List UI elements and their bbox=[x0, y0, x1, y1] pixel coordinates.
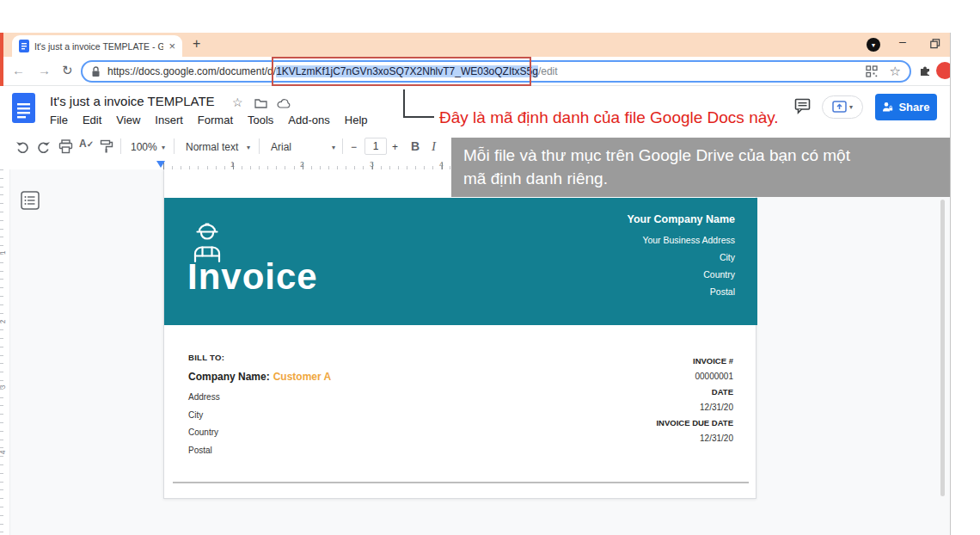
zoom-select[interactable]: 100% bbox=[131, 141, 157, 153]
ruler-number: 4 bbox=[439, 160, 444, 169]
company-address: Your Business Address bbox=[628, 231, 736, 249]
document-outline-icon[interactable] bbox=[21, 191, 40, 210]
undo-icon[interactable] bbox=[15, 139, 30, 153]
menu-format[interactable]: Format bbox=[198, 114, 233, 126]
bill-to-label: BILL TO: bbox=[188, 353, 331, 362]
print-icon[interactable] bbox=[58, 139, 73, 154]
redo-icon[interactable] bbox=[36, 139, 51, 153]
bookmark-star-icon[interactable]: ☆ bbox=[890, 64, 901, 79]
gray-annotation-line2: mã định danh riêng. bbox=[463, 167, 938, 190]
paragraph-style-select[interactable]: Normal text bbox=[186, 141, 238, 153]
present-button[interactable]: ▾ bbox=[822, 95, 863, 119]
vertical-ruler[interactable]: 1 2 3 4 bbox=[0, 169, 10, 535]
cloud-status-icon[interactable] bbox=[277, 99, 291, 108]
comment-history-icon[interactable] bbox=[794, 98, 811, 114]
annotation-connector-horizontal bbox=[403, 116, 434, 118]
invoice-due-date-label: INVOICE DUE DATE bbox=[656, 415, 733, 431]
font-size-increase[interactable]: + bbox=[392, 141, 398, 153]
back-button[interactable]: ← bbox=[12, 63, 25, 77]
present-dropdown-caret[interactable]: ▾ bbox=[849, 103, 853, 111]
menu-insert[interactable]: Insert bbox=[155, 114, 183, 126]
bill-city: City bbox=[188, 407, 331, 425]
font-select[interactable]: Arial bbox=[271, 141, 291, 153]
extensions-puzzle-icon[interactable] bbox=[918, 64, 932, 77]
tab-title: It's just a invoice TEMPLATE - Go bbox=[34, 41, 163, 52]
browser-profile-avatar[interactable] bbox=[936, 62, 950, 79]
share-button[interactable]: Share bbox=[875, 94, 937, 120]
move-folder-icon[interactable] bbox=[254, 98, 267, 108]
customer-name: Customer A bbox=[273, 371, 332, 383]
bold-button[interactable]: B bbox=[411, 139, 420, 153]
company-name: Your Company Name bbox=[628, 213, 736, 225]
menu-help[interactable]: Help bbox=[345, 114, 368, 126]
menu-view[interactable]: View bbox=[116, 114, 140, 126]
menu-addons[interactable]: Add-ons bbox=[288, 114, 329, 126]
ruler-number: 3 bbox=[0, 385, 7, 390]
ruler-number: 1 bbox=[230, 160, 235, 169]
present-icon bbox=[832, 101, 847, 114]
company-city: City bbox=[628, 249, 736, 266]
window-minimize-button[interactable]: – bbox=[899, 34, 906, 48]
qr-code-icon[interactable] bbox=[866, 65, 878, 77]
bill-to-block: BILL TO: Company Name:Customer A Address… bbox=[188, 353, 331, 459]
google-docs-logo[interactable] bbox=[12, 93, 35, 123]
font-size-decrease[interactable]: − bbox=[351, 141, 357, 153]
share-lock-person-icon bbox=[882, 101, 893, 113]
screen: It's just a invoice TEMPLATE - Go × + ▾ … bbox=[0, 0, 980, 535]
forward-button[interactable]: → bbox=[38, 63, 51, 77]
ruler-number: 2 bbox=[0, 320, 7, 324]
company-block: Your Company Name Your Business Address … bbox=[628, 213, 736, 300]
ruler-number: 2 bbox=[300, 160, 304, 169]
bill-country: Country bbox=[188, 424, 331, 442]
style-caret-icon[interactable]: ▾ bbox=[247, 144, 250, 151]
tab-close-icon[interactable]: × bbox=[168, 40, 175, 52]
document-page[interactable]: Invoice Your Company Name Your Business … bbox=[163, 169, 756, 499]
bill-postal: Postal bbox=[188, 442, 331, 460]
ruler-number: 1 bbox=[0, 251, 7, 255]
media-controls-button[interactable]: ▾ bbox=[867, 38, 880, 52]
bill-to-company: Company Name:Customer A bbox=[188, 371, 331, 383]
bill-address: Address bbox=[188, 389, 331, 407]
menu-file[interactable]: File bbox=[50, 114, 68, 126]
window-right-border bbox=[950, 33, 951, 535]
menu-edit[interactable]: Edit bbox=[83, 114, 101, 126]
font-size-input[interactable]: 1 bbox=[364, 138, 387, 155]
reload-button[interactable]: ↻ bbox=[62, 63, 73, 78]
company-postal: Postal bbox=[628, 283, 736, 300]
invoice-header-band: Invoice Your Company Name Your Business … bbox=[164, 198, 757, 325]
gray-annotation-line1: Mỗi file và thư mục trên Google Drive củ… bbox=[463, 144, 938, 167]
spellcheck-icon[interactable]: A✓ bbox=[79, 138, 94, 150]
document-canvas: 1 2 3 4 Invoice bbox=[0, 169, 950, 535]
url-prefix: https://docs.google.com/document/d/ bbox=[107, 65, 276, 77]
vertical-scrollbar[interactable] bbox=[940, 200, 945, 496]
invoice-date-label: DATE bbox=[656, 384, 733, 400]
indent-marker[interactable] bbox=[156, 161, 165, 168]
invoice-date-value: 12/31/20 bbox=[656, 400, 733, 415]
document-title[interactable]: It's just a invoice TEMPLATE bbox=[50, 94, 215, 108]
table-divider-line bbox=[173, 482, 749, 483]
annotation-connector-vertical bbox=[403, 89, 405, 118]
doc-id-highlight-rectangle bbox=[272, 57, 531, 86]
font-caret-icon[interactable]: ▾ bbox=[332, 144, 335, 151]
company-country: Country bbox=[628, 266, 736, 283]
paint-format-icon[interactable] bbox=[100, 139, 113, 154]
italic-button[interactable]: I bbox=[432, 139, 436, 154]
ruler-number: 3 bbox=[370, 160, 374, 169]
docs-file-icon bbox=[19, 40, 29, 52]
invoice-title: Invoice bbox=[187, 256, 318, 298]
menu-bar: File Edit View Insert Format Tools Add-o… bbox=[50, 114, 368, 126]
zoom-caret-icon[interactable]: ▾ bbox=[162, 144, 165, 151]
new-tab-button[interactable]: + bbox=[193, 36, 200, 52]
share-label: Share bbox=[898, 101, 929, 114]
invoice-due-date-value: 12/31/20 bbox=[656, 431, 733, 446]
browser-tab[interactable]: It's just a invoice TEMPLATE - Go × bbox=[12, 35, 182, 57]
invoice-number-label: INVOICE # bbox=[656, 353, 733, 369]
invoice-number-value: 00000001 bbox=[656, 369, 733, 384]
left-edge-marker bbox=[0, 33, 3, 86]
url-suffix: /edit bbox=[538, 65, 558, 77]
menu-tools[interactable]: Tools bbox=[248, 114, 273, 126]
gray-annotation-box: Mỗi file và thư mục trên Google Drive củ… bbox=[451, 138, 950, 197]
window-restore-button[interactable] bbox=[930, 39, 940, 49]
red-annotation-text: Đây là mã định danh của file Google Docs… bbox=[439, 108, 779, 127]
star-document-icon[interactable]: ☆ bbox=[232, 95, 243, 109]
